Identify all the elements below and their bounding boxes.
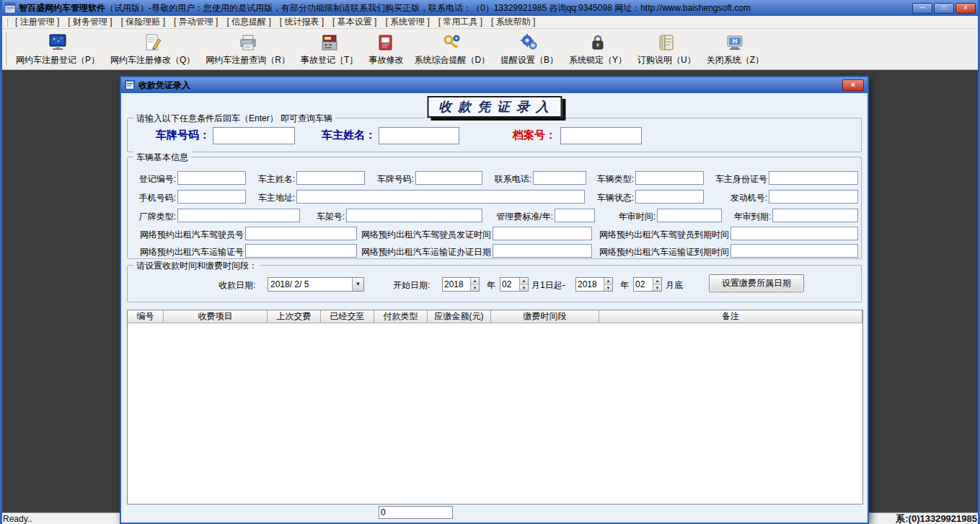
menu-item-movement[interactable]: [ 异动管理 ] (169, 16, 222, 28)
spin-down-icon[interactable]: ▼ (520, 285, 528, 292)
spin-down-icon[interactable]: ▼ (604, 285, 612, 292)
table-body[interactable] (128, 323, 862, 504)
toolbar-button-order-info[interactable]: 订购说明（U） (634, 31, 699, 67)
input-vehicle-status[interactable] (635, 190, 704, 204)
menu-item-finance[interactable]: [ 财务管理 ] (63, 16, 116, 28)
toolbar-button-accident-register[interactable]: 事故登记［T］ (297, 31, 361, 67)
toolbar-button-accident-modify[interactable]: 事故修改 (365, 31, 407, 67)
end-year-spinner[interactable]: ▲▼ (575, 277, 613, 292)
start-year-input[interactable] (443, 278, 470, 291)
input-annual-expire[interactable] (772, 209, 858, 222)
spin-down-icon[interactable]: ▼ (653, 285, 661, 292)
menu-item-report[interactable]: [ 统计报表 ] (275, 16, 328, 28)
plate-search-input[interactable] (213, 127, 295, 144)
input-transport-cert-expire[interactable] (730, 244, 858, 258)
table-header-col-6[interactable]: 缴费时间段 (491, 310, 599, 323)
search-group: 请输入以下任意条件后回车（Enter） 即可查询车辆 车牌号码： 车主姓名： 档… (127, 118, 862, 152)
spin-down-icon[interactable]: ▼ (471, 285, 479, 292)
input-plate-no[interactable] (415, 171, 482, 185)
menu-item-remind[interactable]: [ 信息提醒 ] (222, 16, 275, 28)
dialog-body: 收 款 凭 证 录 入 请输入以下任意条件后回车（Enter） 即可查询车辆 车… (121, 93, 868, 523)
toolbar-button-system-lock[interactable]: 系统锁定（Y） (565, 31, 630, 67)
toolbar-label: 网约车注册修改（Q） (110, 54, 195, 66)
input-address[interactable] (296, 190, 585, 204)
menu-item-insurance[interactable]: [ 保险理赔 ] (117, 16, 169, 28)
chevron-down-icon[interactable]: ▼ (352, 278, 363, 291)
dialog-close-button[interactable]: × (842, 79, 864, 91)
close-button[interactable]: × (955, 3, 976, 14)
input-annual-check[interactable] (657, 209, 722, 222)
minimize-button[interactable]: ─ (912, 3, 932, 14)
payment-period-legend: 请设置收款时间和缴费时间段： (133, 260, 260, 272)
spin-up-icon[interactable]: ▲ (653, 278, 661, 285)
menu-item-register[interactable]: [ 注册管理 ] (11, 16, 63, 28)
set-payment-period-button[interactable]: 设置缴费所属日期 (709, 274, 804, 292)
input-vehicle-type[interactable] (635, 171, 704, 185)
toolbar-label: 系统综合提醒（D） (414, 54, 490, 66)
menu-bar: [ 注册管理 ][ 财务管理 ][ 保险理赔 ][ 异动管理 ][ 信息提醒 ]… (0, 16, 980, 29)
input-vin[interactable] (346, 209, 482, 222)
spin-up-icon[interactable]: ▲ (471, 278, 479, 285)
spin-up-icon[interactable]: ▲ (520, 278, 528, 285)
label-annual-expire: 年审到期: (728, 211, 771, 223)
spin-up-icon[interactable]: ▲ (604, 278, 612, 285)
start-month-input[interactable] (500, 278, 519, 291)
toolbar-label: 关闭系统（Z） (707, 54, 764, 66)
input-reg-no[interactable] (177, 171, 246, 185)
input-engine-no[interactable] (769, 190, 858, 204)
input-mobile[interactable] (177, 190, 246, 204)
table-header-col-4[interactable]: 付款类型 (374, 310, 428, 323)
plate-search-label: 车牌号码： (144, 128, 210, 142)
toolbar-button-modify[interactable]: 网约车注册修改（Q） (107, 31, 198, 67)
toolbar-button-close-system[interactable]: H关闭系统（Z） (703, 31, 767, 67)
input-transport-cert-issue[interactable] (493, 244, 592, 258)
start-date-label: 开始日期: (393, 279, 430, 292)
end-month-spinner[interactable]: ▲▼ (633, 277, 662, 292)
dialog-icon (125, 80, 135, 90)
lock-icon (588, 32, 607, 53)
input-phone[interactable] (533, 171, 586, 185)
file-search-input[interactable] (560, 127, 642, 144)
dialog-title: 收款凭证录入 (138, 79, 190, 92)
end-year-input[interactable] (576, 278, 604, 291)
start-year-spinner[interactable]: ▲▼ (442, 277, 480, 292)
menu-item-basic-settings[interactable]: [ 基本设置 ] (328, 16, 381, 28)
dialog-title-bar[interactable]: 收款凭证录入 × (121, 77, 868, 93)
input-owner-id[interactable] (769, 171, 858, 185)
toolbar-button-remind-settings[interactable]: 提醒设置（B） (497, 31, 562, 67)
table-header-col-7[interactable]: 备注 (599, 310, 862, 323)
input-owner-name[interactable] (296, 171, 365, 185)
table-header-col-0[interactable]: 编号 (128, 310, 164, 323)
title-bar[interactable]: 智百盛网约车管理软件（试用版）-尊敬的用户：您使用的是试用版，有部分功能限制请联… (0, 0, 980, 16)
toolbar-label: 网约车注册查询（R） (206, 54, 290, 66)
table-header-col-5[interactable]: 应缴金额(元) (428, 310, 491, 323)
dialog-banner-title: 收 款 凭 证 录 入 (427, 96, 562, 118)
input-driver-cert-issue[interactable] (493, 227, 592, 240)
table-header-col-2[interactable]: 上次交费 (268, 310, 321, 323)
input-brand-type[interactable] (177, 209, 300, 222)
footer-count-input[interactable] (379, 506, 453, 519)
owner-search-input[interactable] (379, 127, 459, 144)
collect-date-combobox[interactable]: 2018/ 2/ 5 ▼ (268, 277, 364, 292)
menu-item-tools[interactable]: [ 常用工具 ] (434, 16, 487, 28)
start-month-spinner[interactable]: ▲▼ (500, 277, 529, 292)
table-header-col-3[interactable]: 已经交至 (321, 310, 374, 323)
toolbar-button-query[interactable]: 网约车注册查询（R） (202, 31, 293, 67)
toolbar-button-system-remind[interactable]: 系统综合提醒（D） (410, 31, 493, 67)
label-vin: 车架号: (307, 211, 345, 223)
file-search-label: 档案号： (497, 128, 556, 142)
maximize-button[interactable]: □ (934, 3, 954, 14)
input-driver-cert-no[interactable] (245, 227, 357, 240)
input-mgmt-fee[interactable] (555, 209, 595, 222)
end-month-input[interactable] (634, 278, 653, 291)
printer-query-icon (239, 32, 257, 53)
toolbar-label: 提醒设置（B） (500, 54, 558, 66)
toolbar-button-register[interactable]: 网约车注册登记（P） (12, 31, 103, 67)
input-transport-cert-no[interactable] (245, 244, 357, 258)
menu-item-help[interactable]: [ 系统帮助 ] (487, 16, 539, 28)
input-driver-cert-expire[interactable] (730, 227, 858, 240)
search-group-legend: 请输入以下任意条件后回车（Enter） 即可查询车辆 (133, 113, 335, 125)
menu-item-system[interactable]: [ 系统管理 ] (381, 16, 433, 28)
label-transport-cert-issue: 网络预约出租汽车运输证办证日期 (361, 246, 491, 258)
table-header-col-1[interactable]: 收费项目 (164, 310, 268, 323)
